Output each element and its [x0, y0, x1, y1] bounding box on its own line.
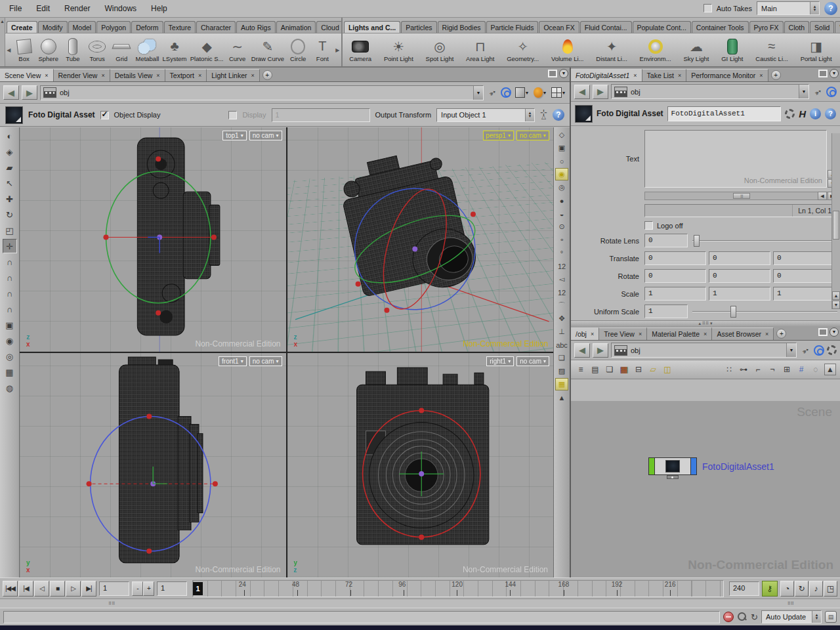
scroll-up-icon[interactable]: ▲	[832, 291, 840, 300]
menu-item[interactable]: Windows	[104, 4, 136, 13]
forward-button[interactable]: ▶	[22, 85, 37, 100]
shelf-tool[interactable]: Circle	[287, 37, 309, 63]
take-spinner[interactable]	[810, 2, 819, 14]
pane-tab[interactable]: Performance Monitor	[686, 69, 768, 81]
forward-button[interactable]: ▶	[593, 343, 608, 358]
transform-y-field[interactable]: 1	[709, 287, 770, 301]
display-option-toggle[interactable]: 12	[555, 260, 568, 272]
view-name-button[interactable]: top1	[222, 131, 246, 140]
object-display-checkbox[interactable]	[100, 111, 109, 119]
shelf-tab[interactable]: Lights and C...	[344, 21, 400, 33]
output-transform-spinner[interactable]	[525, 109, 534, 121]
view-name-button[interactable]: persp1	[483, 131, 514, 140]
playback-button[interactable]: ▷	[66, 581, 81, 597]
display-option-toggle[interactable]: ◅	[555, 273, 568, 285]
display-option-toggle[interactable]: ◎	[555, 181, 568, 194]
keyframe-button[interactable]: ⚷	[762, 581, 778, 597]
node-body[interactable]	[655, 457, 690, 475]
timeline-scrollbar[interactable]: ⠿⠿ ⠿⠿	[0, 598, 840, 608]
viewport-persp[interactable]: persp1 no cam z x Non-Commercial Edition	[287, 127, 554, 352]
shelf-tool[interactable]: ◎ Spot Light	[425, 37, 455, 63]
close-tab-icon[interactable]	[101, 72, 104, 79]
shelf-tool[interactable]: Tube	[62, 37, 84, 63]
network-tool-icon[interactable]: ▦	[618, 364, 630, 375]
close-tab-icon[interactable]	[678, 72, 681, 79]
camera-select-button[interactable]: no cam	[516, 131, 549, 140]
help-icon[interactable]: ?	[825, 108, 836, 119]
playback-button[interactable]: ◁	[34, 581, 49, 597]
units-icon[interactable]: ⊹△	[540, 110, 547, 119]
display-option-toggle[interactable]: °	[555, 247, 568, 259]
playback-button[interactable]: |◀◀	[3, 581, 18, 597]
layout-dropdown[interactable]	[550, 87, 566, 98]
range-end-field[interactable]: 240	[729, 581, 759, 596]
close-tab-icon[interactable]	[251, 72, 255, 79]
shelf-tab[interactable]: Polygon	[96, 21, 131, 33]
display-option-toggle[interactable]: abc	[555, 339, 568, 351]
shelf-tab[interactable]: Fluid Contai...	[580, 21, 632, 33]
camera-select-button[interactable]: no cam	[249, 356, 282, 366]
node-name-field[interactable]: FotoDigitalAsset1	[667, 106, 782, 121]
network-tool-icon[interactable]: ≡	[575, 364, 587, 375]
radial-menu-icon[interactable]	[501, 87, 511, 98]
take-selector[interactable]: Main	[757, 1, 820, 15]
menu-item[interactable]: Help	[151, 4, 167, 13]
shelf-tool[interactable]: GI Light	[721, 37, 744, 63]
viewport-tool[interactable]: ∩	[3, 270, 17, 285]
view-name-button[interactable]: front1	[219, 356, 247, 366]
logo-off-checkbox[interactable]	[644, 221, 653, 230]
scroll-grip-left[interactable]: ⠿⠿	[108, 601, 115, 606]
houdini-badge-icon[interactable]: H	[799, 108, 806, 119]
display-value-field[interactable]: 1	[272, 108, 370, 122]
pane-tab[interactable]: Take List	[642, 69, 687, 81]
display-option-toggle[interactable]: ∘	[555, 234, 568, 246]
close-tab-icon[interactable]	[765, 331, 768, 337]
pane-tab[interactable]: Textport	[165, 69, 207, 81]
pane-tab[interactable]: Material Palette	[647, 327, 712, 340]
path-dropdown-icon[interactable]	[786, 343, 796, 357]
pin-icon[interactable]	[484, 84, 500, 100]
transform-x-field[interactable]: 0	[644, 269, 706, 283]
network-tool-icon[interactable]: ◌	[810, 364, 822, 375]
asset-thumbnail[interactable]	[575, 105, 593, 123]
gear-icon[interactable]	[827, 345, 837, 355]
network-tool-icon[interactable]: ▱	[647, 364, 659, 375]
shelf-tab[interactable]: Wires	[835, 21, 840, 33]
pane-tab[interactable]: Tree View	[599, 327, 647, 340]
shelf-tab[interactable]: Model	[68, 21, 96, 33]
radial-menu-icon[interactable]	[814, 345, 824, 356]
radial-menu-icon[interactable]	[826, 87, 837, 97]
display-option-toggle[interactable]: ⌒	[555, 299, 568, 312]
path-field[interactable]: obj	[611, 343, 797, 358]
section-divider-grip[interactable]: ▴ ⠿⠿ ▾	[571, 320, 840, 326]
viewport-tool[interactable]: ▰	[3, 160, 17, 175]
search-icon[interactable]	[737, 612, 747, 622]
lighting-dropdown[interactable]	[532, 87, 547, 98]
update-mode-spinner[interactable]	[812, 611, 821, 623]
shelf-tab[interactable]: Create	[7, 21, 37, 33]
display-option-toggle[interactable]: ✥	[555, 312, 568, 325]
viewport-top[interactable]: top1 no cam z x Non-Commercial Edition	[20, 127, 286, 352]
pane-tab[interactable]: Scene View	[0, 69, 54, 81]
shelf-tool[interactable]: ∼ Curve	[226, 37, 249, 63]
menu-item[interactable]: Render	[64, 4, 90, 13]
shelf-tool[interactable]: ☀ Point Light	[383, 37, 414, 63]
viewport-tool[interactable]: ↻	[3, 207, 17, 222]
close-tab-icon[interactable]	[704, 331, 707, 337]
playbar-option-button[interactable]: ↻	[795, 581, 808, 597]
close-tab-icon[interactable]	[639, 331, 642, 337]
display-option-toggle[interactable]: ❏	[555, 352, 568, 364]
close-tab-icon[interactable]	[156, 72, 159, 79]
display-option-toggle[interactable]: ◒	[555, 207, 568, 220]
pane-menu-icon[interactable]	[830, 69, 839, 78]
float-pane-icon[interactable]	[548, 70, 557, 77]
network-tool-icon[interactable]: ⌐	[752, 364, 764, 375]
pane-tab[interactable]: /obj	[571, 327, 599, 340]
pane-menu-icon[interactable]	[559, 69, 568, 78]
scroll-left-icon[interactable]: ◀	[818, 192, 827, 200]
playhead[interactable]: 1	[193, 582, 203, 595]
shelf-tab[interactable]: Solid	[810, 21, 834, 33]
node-display-flag[interactable]	[648, 457, 655, 475]
shelf-tool[interactable]: Box	[13, 37, 35, 63]
display-option-toggle[interactable]: ●	[555, 194, 568, 207]
